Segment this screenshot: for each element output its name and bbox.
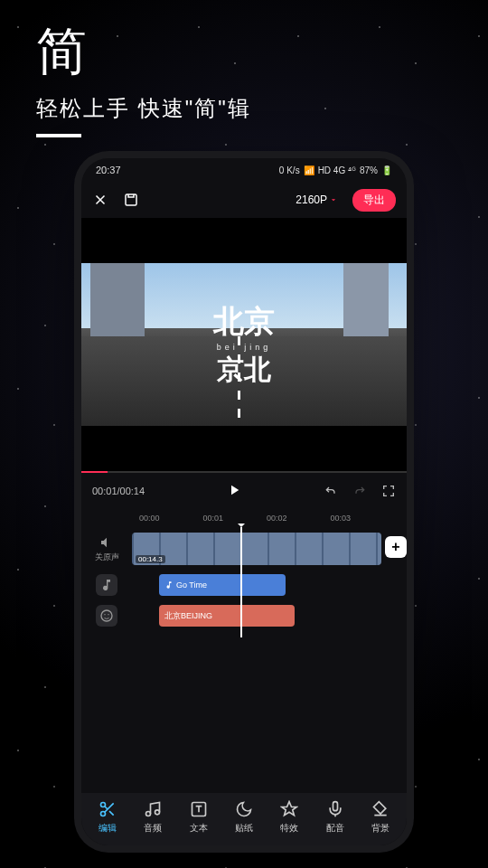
tool-bg[interactable]: 背景 bbox=[361, 800, 400, 835]
video-preview[interactable]: 北京 bei jing 京北 bbox=[81, 218, 407, 471]
scissors-icon bbox=[99, 800, 117, 818]
battery-icon: 🔋 bbox=[381, 165, 392, 175]
svg-point-7 bbox=[155, 810, 160, 815]
resolution-selector[interactable]: 2160P bbox=[296, 193, 338, 206]
svg-rect-9 bbox=[333, 802, 337, 811]
speaker-icon bbox=[99, 535, 114, 550]
video-track[interactable]: 关原声 00:14.3 + bbox=[81, 531, 407, 567]
time-display: 00:01/00:14 bbox=[92, 486, 145, 496]
text-track[interactable]: 北京BEIJING bbox=[81, 603, 407, 628]
tool-bar: 编辑 音频 文本 贴纸 特效 配音 背景 bbox=[81, 793, 407, 845]
undo-icon[interactable] bbox=[324, 484, 338, 498]
marketing-headline: 简 bbox=[36, 18, 251, 87]
music-track-icon[interactable] bbox=[96, 574, 117, 596]
phone-frame: 20:37 0 K/s 📶 HD 4G ⁴ᴳ 87% 🔋 2160P 导出 北京… bbox=[81, 158, 407, 845]
svg-point-2 bbox=[104, 614, 105, 615]
progress-bar[interactable] bbox=[81, 471, 407, 473]
tool-edit[interactable]: 编辑 bbox=[88, 800, 127, 835]
play-icon[interactable] bbox=[226, 482, 242, 498]
add-clip-button[interactable]: + bbox=[385, 536, 407, 558]
export-button[interactable]: 导出 bbox=[352, 189, 396, 212]
playback-controls: 00:01/00:14 bbox=[81, 473, 407, 509]
svg-point-3 bbox=[108, 614, 108, 615]
overlay-title: 北京 bei jing 京北 bbox=[81, 218, 407, 471]
save-icon[interactable] bbox=[123, 192, 139, 208]
chevron-down-icon bbox=[329, 195, 338, 204]
svg-point-4 bbox=[101, 803, 106, 807]
bucket-icon bbox=[371, 800, 389, 818]
editor-topbar: 2160P 导出 bbox=[81, 182, 407, 218]
status-icons: 0 K/s 📶 HD 4G ⁴ᴳ 87% 🔋 bbox=[279, 165, 392, 175]
timeline[interactable]: 关原声 00:14.3 + Go Time bbox=[81, 527, 407, 637]
sticker-track-icon[interactable] bbox=[96, 605, 117, 627]
svg-point-6 bbox=[146, 812, 151, 816]
redo-icon bbox=[352, 484, 367, 498]
playhead[interactable] bbox=[240, 527, 242, 637]
svg-rect-0 bbox=[126, 194, 136, 205]
fullscreen-icon[interactable] bbox=[381, 484, 396, 498]
music-icon bbox=[144, 800, 162, 818]
signal-icon: HD 4G ⁴ᴳ bbox=[318, 165, 356, 175]
text-clip[interactable]: 北京BEIJING bbox=[159, 605, 295, 627]
status-bar: 20:37 0 K/s 📶 HD 4G ⁴ᴳ 87% 🔋 bbox=[81, 158, 407, 182]
smiley-icon bbox=[99, 609, 114, 623]
accent-underline bbox=[36, 134, 81, 137]
moon-icon bbox=[235, 800, 253, 818]
audio-track[interactable]: Go Time bbox=[81, 572, 407, 598]
clock: 20:37 bbox=[96, 165, 121, 175]
close-icon[interactable] bbox=[92, 192, 108, 208]
audio-clip[interactable]: Go Time bbox=[159, 574, 286, 596]
music-note-icon bbox=[164, 580, 174, 590]
mute-toggle[interactable]: 关原声 bbox=[81, 535, 132, 563]
svg-point-5 bbox=[101, 812, 106, 816]
mic-icon bbox=[326, 800, 344, 818]
tool-voice[interactable]: 配音 bbox=[315, 800, 355, 835]
tool-fx[interactable]: 特效 bbox=[269, 800, 309, 835]
star-icon bbox=[280, 800, 298, 818]
marketing-subhead: 轻松上手 快速"简"辑 bbox=[36, 94, 251, 123]
svg-point-1 bbox=[101, 610, 112, 621]
wifi-icon: 📶 bbox=[304, 165, 314, 175]
text-icon bbox=[190, 800, 208, 818]
tool-text[interactable]: 文本 bbox=[179, 800, 219, 835]
music-icon bbox=[99, 578, 114, 592]
tool-sticker[interactable]: 贴纸 bbox=[224, 800, 264, 835]
tool-audio[interactable]: 音频 bbox=[133, 800, 173, 835]
video-clip[interactable]: 00:14.3 bbox=[132, 533, 381, 565]
marketing-copy: 简 轻松上手 快速"简"辑 bbox=[36, 18, 251, 137]
